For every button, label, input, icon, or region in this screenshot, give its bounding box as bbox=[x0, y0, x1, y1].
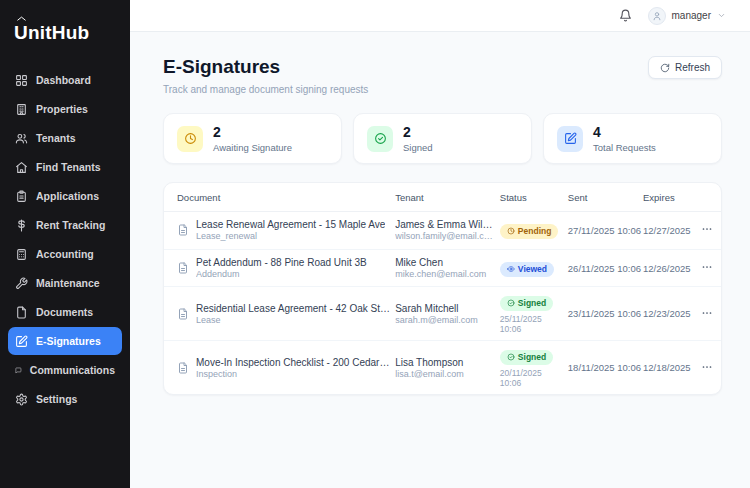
sent-cell: 18/11/2025 10:06 bbox=[568, 341, 643, 395]
sidebar-item-e-signatures[interactable]: E-Signatures bbox=[8, 327, 122, 355]
sidebar-item-label: Tenants bbox=[36, 132, 75, 144]
tenant-name: Sarah Mitchell bbox=[395, 302, 496, 315]
stat-label: Signed bbox=[403, 142, 433, 153]
stat-card-total-requests: 4Total Requests bbox=[543, 113, 722, 164]
sidebar-item-maintenance[interactable]: Maintenance bbox=[8, 269, 122, 297]
check-circle-icon bbox=[507, 299, 515, 307]
table-body: Lease Renewal Agreement - 15 Maple AveLe… bbox=[164, 212, 721, 395]
status-cell: Pending bbox=[500, 212, 568, 250]
row-menu-button[interactable] bbox=[699, 259, 715, 275]
sidebar-item-accounting[interactable]: Accounting bbox=[8, 240, 122, 268]
roof-icon bbox=[13, 16, 30, 25]
sidebar-item-dashboard[interactable]: Dashboard bbox=[8, 66, 122, 94]
sidebar-item-label: Find Tenants bbox=[36, 161, 101, 173]
stat-icon-tile bbox=[177, 126, 203, 152]
document-title: Lease Renewal Agreement - 15 Maple Ave bbox=[196, 218, 385, 231]
home-icon bbox=[15, 161, 28, 174]
row-menu-button[interactable] bbox=[699, 359, 715, 375]
signed-date: 25/11/2025 10:06 bbox=[500, 314, 564, 334]
main-area: manager E-Signatures Track and manage do… bbox=[130, 0, 750, 488]
sidebar-item-properties[interactable]: Properties bbox=[8, 95, 122, 123]
status-cell: Viewed bbox=[500, 249, 568, 287]
refresh-icon bbox=[660, 63, 670, 73]
column-header-menu bbox=[699, 183, 721, 212]
tenant-email: lisa.t@email.com bbox=[395, 369, 496, 381]
stat-text: 2Signed bbox=[403, 124, 433, 153]
bell-icon[interactable] bbox=[619, 9, 632, 22]
tenant-email: wilson.family@email.com bbox=[395, 231, 496, 243]
sidebar-item-rent-tracking[interactable]: Rent Tracking bbox=[8, 211, 122, 239]
app-logo: UnitHub bbox=[0, 12, 130, 66]
sidebar-item-label: Rent Tracking bbox=[36, 219, 105, 231]
document-text: Move-In Inspection Checklist - 200 Cedar… bbox=[196, 356, 391, 381]
document-title: Pet Addendum - 88 Pine Road Unit 3B bbox=[196, 256, 367, 269]
page-header: E-Signatures Track and manage document s… bbox=[163, 56, 722, 95]
table-head: DocumentTenantStatusSentExpires bbox=[164, 183, 721, 212]
sidebar-item-label: Communications bbox=[30, 364, 115, 376]
user-name: manager bbox=[672, 10, 711, 21]
dots-icon bbox=[701, 261, 713, 273]
stat-icon-tile bbox=[557, 126, 583, 152]
page-header-text: E-Signatures Track and manage document s… bbox=[163, 56, 368, 95]
dots-icon bbox=[701, 307, 713, 319]
document-cell-content: Move-In Inspection Checklist - 200 Cedar… bbox=[177, 356, 391, 381]
document-cell: Residential Lease Agreement - 42 Oak Str… bbox=[164, 287, 395, 341]
file-icon bbox=[15, 306, 28, 319]
stat-card-signed: 2Signed bbox=[353, 113, 532, 164]
user-menu[interactable]: manager bbox=[648, 7, 726, 25]
sent-cell: 23/11/2025 10:06 bbox=[568, 287, 643, 341]
stat-text: 2Awaiting Signature bbox=[213, 124, 292, 153]
app-logo-text: UnitHub bbox=[14, 22, 89, 43]
clock-icon bbox=[507, 227, 515, 235]
sent-cell: 27/11/2025 10:06 bbox=[568, 212, 643, 250]
menu-cell bbox=[699, 287, 721, 341]
menu-cell bbox=[699, 341, 721, 395]
stat-label: Awaiting Signature bbox=[213, 142, 292, 153]
stat-label: Total Requests bbox=[593, 142, 656, 153]
tenant-cell: Sarah Mitchellsarah.m@email.com bbox=[395, 287, 500, 341]
sidebar-item-label: Settings bbox=[36, 393, 77, 405]
row-menu-button[interactable] bbox=[699, 305, 715, 321]
page-title: E-Signatures bbox=[163, 56, 368, 78]
sidebar-item-label: Applications bbox=[36, 190, 99, 202]
expires-cell: 12/27/2025 bbox=[643, 212, 699, 250]
sidebar-item-communications[interactable]: Communications bbox=[8, 356, 122, 384]
sidebar-item-label: Properties bbox=[36, 103, 88, 115]
sidebar-item-applications[interactable]: Applications bbox=[8, 182, 122, 210]
clipboard-icon bbox=[15, 190, 28, 203]
status-label: Viewed bbox=[518, 264, 547, 274]
sidebar-item-label: Documents bbox=[36, 306, 93, 318]
menu-cell bbox=[699, 249, 721, 287]
eye-icon bbox=[507, 265, 515, 273]
user-icon bbox=[652, 11, 662, 21]
stat-value: 4 bbox=[593, 124, 656, 140]
row-menu-button[interactable] bbox=[699, 221, 715, 237]
sidebar-item-find-tenants[interactable]: Find Tenants bbox=[8, 153, 122, 181]
stats-row: 2Awaiting Signature2Signed4Total Request… bbox=[163, 113, 722, 164]
document-type: Addendum bbox=[196, 269, 367, 281]
document-text: Residential Lease Agreement - 42 Oak Str… bbox=[196, 302, 391, 327]
expires-cell: 12/23/2025 bbox=[643, 287, 699, 341]
table-row: Lease Renewal Agreement - 15 Maple AveLe… bbox=[164, 212, 721, 250]
status-badge: Viewed bbox=[500, 262, 554, 277]
sidebar-nav: DashboardPropertiesTenantsFind TenantsAp… bbox=[0, 66, 130, 413]
sidebar-item-label: Accounting bbox=[36, 248, 94, 260]
refresh-button[interactable]: Refresh bbox=[648, 56, 722, 79]
file-text-icon bbox=[177, 308, 189, 320]
tenant-cell: Mike Chenmike.chen@email.com bbox=[395, 249, 500, 287]
document-type: Lease bbox=[196, 315, 391, 327]
document-type: Inspection bbox=[196, 369, 391, 381]
sidebar-item-tenants[interactable]: Tenants bbox=[8, 124, 122, 152]
file-text-icon bbox=[177, 362, 189, 374]
dots-icon bbox=[701, 361, 713, 373]
menu-cell bbox=[699, 212, 721, 250]
column-header-document: Document bbox=[164, 183, 395, 212]
sidebar-item-documents[interactable]: Documents bbox=[8, 298, 122, 326]
status-label: Signed bbox=[518, 352, 546, 362]
page-subtitle: Track and manage document signing reques… bbox=[163, 84, 368, 95]
grid-icon bbox=[15, 74, 28, 87]
file-text-icon bbox=[177, 224, 189, 236]
expires-cell: 12/18/2025 bbox=[643, 341, 699, 395]
sidebar-item-settings[interactable]: Settings bbox=[8, 385, 122, 413]
document-cell-content: Lease Renewal Agreement - 15 Maple AveLe… bbox=[177, 218, 391, 243]
